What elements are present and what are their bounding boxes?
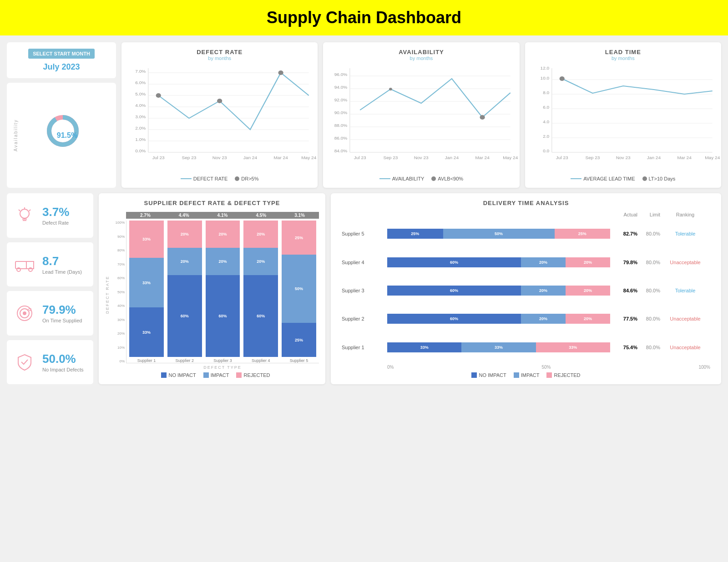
dt-s4-noimpact: 60% — [387, 257, 521, 267]
dt-s3-name: Supplier 3 — [342, 288, 387, 293]
dt-s5-impact: 50% — [443, 229, 555, 239]
availability-chart-area: 84.0% 86.0% 88.0% 90.0% 92.0% 94.0% 96.0… — [329, 64, 513, 172]
select-month-label[interactable]: SELECT START MONTH — [28, 49, 95, 59]
svg-text:92.0%: 92.0% — [334, 98, 348, 102]
dt-legend-rejected: REJECTED — [554, 372, 580, 378]
truck-icon — [13, 253, 36, 276]
bar-s4-stack: 20% 20% 60% — [243, 221, 278, 357]
dt-s2-rank: Unacceptable — [660, 316, 710, 321]
svg-line-83 — [29, 210, 30, 211]
bar-supplier-3: 20% 20% 60% Supplier 3 — [206, 221, 240, 363]
dt-x-axis: 0%50%100% — [337, 365, 715, 370]
dt-s4-name: Supplier 4 — [342, 260, 387, 265]
dt-row-s3: Supplier 3 60% 20% 20% 84.6% 80.0% Toler… — [342, 286, 710, 296]
bar-s4-impact: 20% — [243, 248, 278, 275]
bar-supplier-2: 20% 20% 60% Supplier 2 — [167, 221, 202, 363]
supplier-defect-legend: NO IMPACT IMPACT REJECTED — [112, 372, 319, 378]
svg-point-55 — [431, 176, 436, 181]
dt-s5-rejected: 25% — [555, 229, 611, 239]
svg-text:2.0: 2.0 — [543, 134, 549, 139]
svg-text:Mar 24: Mar 24 — [475, 156, 490, 160]
month-value: July 2023 — [13, 62, 110, 72]
lead-time-label: Lead Time (Days) — [42, 269, 82, 275]
lead-time-legend: AVERAGE LEAD TIME LT>10 Days — [531, 176, 715, 181]
dt-s5-noimpact: 25% — [387, 229, 443, 239]
dt-s3-impact: 20% — [521, 286, 566, 296]
dt-s1-rank: Unacceptable — [660, 345, 710, 350]
dt-s4-bar: 60% 20% 20% — [387, 257, 610, 267]
no-impact-label: No Impact Defects — [42, 367, 83, 372]
svg-text:90.0%: 90.0% — [334, 110, 348, 115]
svg-point-2 — [49, 117, 76, 145]
dt-s4-impact: 20% — [521, 257, 566, 267]
bar-supplier-4: 20% 20% 60% Supplier 4 — [243, 221, 278, 363]
bar-s2-noimpact: 60% — [167, 275, 202, 357]
dt-s2-name: Supplier 2 — [342, 316, 387, 321]
dt-s1-actual: 75.4% — [610, 345, 637, 350]
bar-s1-stack: 33% 33% 33% — [129, 221, 164, 357]
bar-chart-main: 2.7% 4.4% 4.1% 4.5% 3.1% 0%10%20%30%40%5… — [112, 212, 319, 378]
rate-s1: 2.7% — [126, 212, 165, 219]
dt-s3-rejected: 20% — [566, 286, 610, 296]
svg-text:6.0: 6.0 — [543, 105, 549, 110]
bar-s1-label: Supplier 1 — [129, 358, 164, 363]
page-title: Supply Chain Dashboard — [8, 8, 720, 27]
legend-no-impact: NO IMPACT — [168, 372, 196, 378]
svg-text:10.0: 10.0 — [540, 76, 549, 80]
lead-time-chart-area: 0.0 2.0 4.0 6.0 8.0 10.0 12.0 — [531, 64, 715, 172]
svg-point-22 — [278, 70, 283, 75]
svg-text:Nov 23: Nov 23 — [414, 156, 429, 160]
bar-s1-rejected: 33% — [129, 221, 164, 258]
defect-rate-chart: DEFECT RATE by months 0.0% 1.0% 2.0% 3.0… — [121, 42, 318, 188]
svg-text:6.0%: 6.0% — [135, 80, 146, 85]
bar-s2-label: Supplier 2 — [167, 358, 202, 363]
lead-time-title: LEAD TIME — [531, 49, 715, 55]
svg-text:3.0%: 3.0% — [135, 115, 146, 119]
defect-rate-title: DEFECT RATE — [128, 49, 311, 55]
bar-supplier-1: 33% 33% 33% Supplier 1 — [129, 221, 164, 363]
delivery-legend: NO IMPACT IMPACT REJECTED — [337, 372, 715, 378]
bars-container: 33% 33% 33% Supplier 1 20% — [126, 221, 319, 363]
legend-impact: IMPACT — [211, 372, 229, 378]
svg-point-21 — [217, 99, 222, 103]
bar-s4-noimpact: 60% — [243, 275, 278, 357]
bar-s5-stack: 25% 50% 25% — [282, 221, 316, 357]
rate-s3: 4.1% — [203, 212, 242, 219]
dt-s1-name: Supplier 1 — [342, 345, 387, 350]
lead-time-subtitle: by months — [531, 55, 715, 61]
chart-with-yaxis: 0%10%20%30%40%50%60%70%80%90%100% 33% 33… — [112, 221, 319, 363]
dt-s3-rank: Tolerable — [660, 288, 710, 293]
lead-time-value: 8.7 — [42, 254, 82, 268]
svg-text:Mar 24: Mar 24 — [677, 156, 692, 160]
left-panel: SELECT START MONTH July 2023 Availabilit… — [7, 42, 116, 188]
svg-text:7.0%: 7.0% — [135, 69, 146, 74]
bar-s3-stack: 20% 20% 60% — [206, 221, 240, 357]
rate-labels-row: 2.7% 4.4% 4.1% 4.5% 3.1% — [126, 212, 319, 219]
svg-text:Mar 24: Mar 24 — [273, 156, 288, 160]
availability-title: AVAILABILITY — [329, 49, 513, 55]
dt-s5-actual: 82.7% — [610, 231, 637, 236]
x-axis-label: DEFECT TYPE — [126, 365, 319, 370]
svg-point-70 — [559, 76, 564, 81]
bar-s2-rejected: 20% — [167, 221, 202, 248]
dt-s1-rejected: 33% — [536, 342, 610, 352]
svg-text:Jan 24: Jan 24 — [243, 156, 258, 160]
svg-text:12.0: 12.0 — [540, 66, 549, 70]
bar-s5-noimpact: 25% — [282, 323, 316, 357]
dt-s4-actual: 79.8% — [610, 260, 637, 265]
supplier-defect-body: DEFECT RATE 2.7% 4.4% 4.1% 4.5% 3.1% — [105, 212, 319, 378]
dt-row-s4: Supplier 4 60% 20% 20% 79.8% 80.0% Unacc… — [342, 257, 710, 267]
y-axis-label: DEFECT RATE — [105, 212, 112, 378]
rate-s5: 3.1% — [280, 212, 319, 219]
svg-text:Jul 23: Jul 23 — [354, 156, 366, 160]
bulb-icon — [13, 204, 36, 227]
row1: SELECT START MONTH July 2023 Availabilit… — [7, 42, 721, 188]
svg-text:Jan 24: Jan 24 — [647, 156, 661, 160]
svg-text:Jul 23: Jul 23 — [556, 156, 568, 160]
bar-s3-label: Supplier 3 — [206, 358, 240, 363]
bar-s3-noimpact: 60% — [206, 275, 240, 357]
dt-s2-actual: 77.5% — [610, 316, 637, 321]
defect-rate-subtitle: by months — [128, 55, 311, 61]
dt-rows: Supplier 5 25% 50% 25% 82.7% 80.0% Toler… — [337, 221, 715, 363]
dt-row-s1: Supplier 1 33% 33% 33% 75.4% 80.0% Unacc… — [342, 342, 710, 352]
